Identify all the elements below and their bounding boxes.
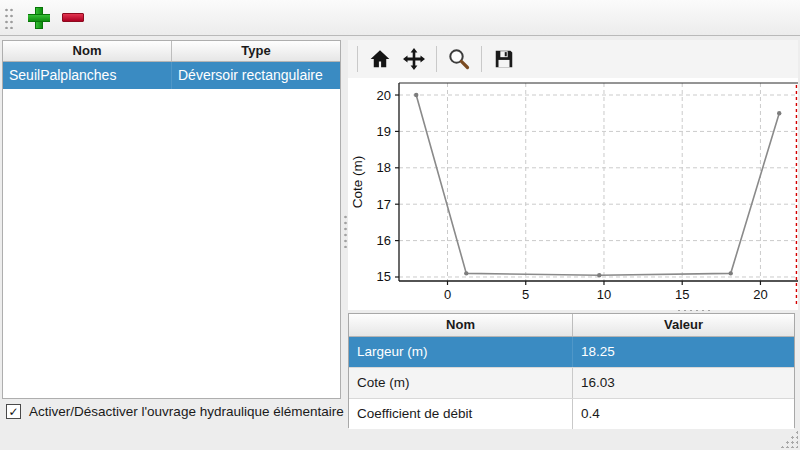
plus-icon — [28, 7, 50, 29]
minus-icon — [62, 13, 84, 22]
table-row[interactable]: SeuilPalplanches Déversoir rectangulaire — [3, 62, 340, 89]
cross-section-figure: 05101520151617181920Cote (m) — [348, 78, 798, 310]
property-value-cell[interactable]: 16.03 — [573, 368, 794, 398]
property-name-cell[interactable]: Cote (m) — [349, 368, 573, 398]
svg-text:17: 17 — [377, 197, 391, 212]
main-toolbar — [0, 0, 800, 36]
remove-structure-button[interactable] — [60, 5, 86, 31]
structures-table-header: Nom Type — [3, 41, 340, 62]
svg-text:Cote (m): Cote (m) — [350, 156, 365, 209]
zoom-icon[interactable] — [445, 45, 473, 73]
structure-name-cell[interactable]: SeuilPalplanches — [3, 62, 172, 89]
activate-checkbox-label: Activer/Désactiver l'ouvrage hydraulique… — [29, 404, 344, 419]
svg-text:5: 5 — [522, 287, 529, 302]
toolbar-separator — [436, 46, 437, 72]
column-header-type[interactable]: Type — [172, 41, 340, 61]
table-row[interactable]: Coefficient de débit 0.4 — [349, 399, 794, 429]
plot-toolbar — [348, 40, 798, 78]
table-row[interactable]: Largeur (m) 18.25 — [349, 337, 794, 368]
app-window: Nom Type SeuilPalplanches Déversoir rect… — [0, 0, 800, 450]
svg-text:16: 16 — [377, 233, 391, 248]
property-name-cell[interactable]: Largeur (m) — [349, 337, 573, 367]
svg-text:10: 10 — [597, 287, 611, 302]
property-value-cell[interactable]: 0.4 — [573, 399, 794, 429]
add-structure-button[interactable] — [26, 5, 52, 31]
column-header-valeur[interactable]: Valeur — [573, 314, 794, 336]
svg-text:18: 18 — [377, 160, 391, 175]
column-header-nom[interactable]: Nom — [349, 314, 573, 336]
window-resize-grip[interactable] — [780, 430, 798, 448]
structures-table: Nom Type SeuilPalplanches Déversoir rect… — [2, 40, 341, 399]
save-icon[interactable] — [490, 45, 518, 73]
column-header-nom[interactable]: Nom — [3, 41, 172, 61]
svg-text:15: 15 — [675, 287, 689, 302]
activate-checkbox[interactable]: ✓ — [6, 404, 21, 419]
home-icon[interactable] — [366, 45, 394, 73]
properties-table: Nom Valeur Largeur (m) 18.25 Cote (m) 16… — [348, 313, 795, 428]
toolbar-drag-handle[interactable] — [4, 7, 14, 29]
property-name-cell[interactable]: Coefficient de débit — [349, 399, 573, 429]
toolbar-separator — [357, 46, 358, 72]
svg-text:20: 20 — [377, 88, 391, 103]
cross-section-chart[interactable]: 05101520151617181920Cote (m) — [348, 78, 798, 310]
pan-icon[interactable] — [400, 45, 428, 73]
structure-type-cell[interactable]: Déversoir rectangulaire — [172, 62, 340, 89]
properties-table-header: Nom Valeur — [349, 314, 794, 337]
toolbar-separator — [481, 46, 482, 72]
svg-text:15: 15 — [377, 269, 391, 284]
activate-checkbox-row: ✓ Activer/Désactiver l'ouvrage hydrauliq… — [6, 404, 344, 419]
svg-text:0: 0 — [444, 287, 451, 302]
check-icon: ✓ — [8, 405, 18, 419]
table-row[interactable]: Cote (m) 16.03 — [349, 368, 794, 399]
property-value-cell[interactable]: 18.25 — [573, 337, 794, 367]
svg-text:20: 20 — [753, 287, 767, 302]
svg-text:19: 19 — [377, 124, 391, 139]
